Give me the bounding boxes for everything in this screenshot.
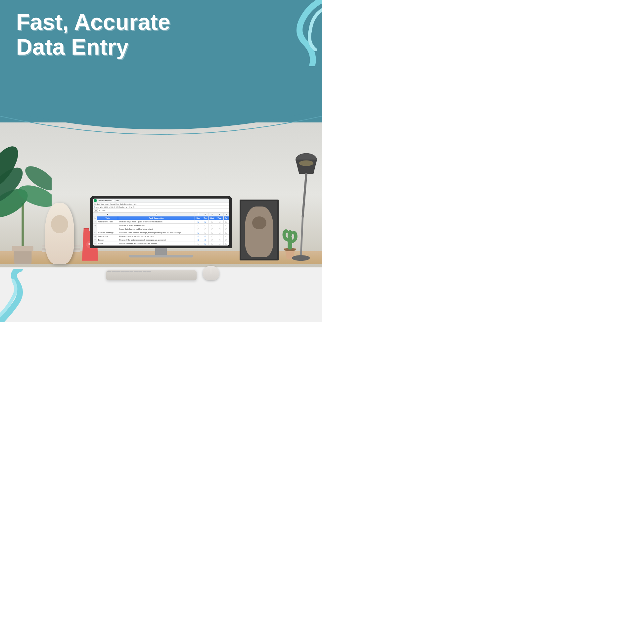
task-cell: Engage [97,238,118,242]
task-cell [97,227,118,231]
mouse-scroll-wheel [211,268,211,274]
menu-data[interactable]: Data [115,203,119,205]
fri-cell: ☐ [223,235,229,238]
table-row: 6 Optimal time Research best time of day… [93,235,229,238]
keyboard-keys [106,270,196,273]
col-desc-header: Task Description [118,216,195,220]
formula-value: Task [102,209,105,211]
wed-cell: ☐ [208,235,216,238]
wed-cell: ☐ [208,238,216,242]
col-header-c: C [195,213,202,216]
headline-block: Fast, Accurate Data Entry [16,10,170,59]
key [116,271,120,272]
thur-cell: ☐ [216,220,223,224]
tue-cell: ☑ [202,220,208,224]
desc-cell: One reel or video that entertains [118,224,195,227]
table-row: 5 Relevant Hashtags Research & use relev… [93,231,229,235]
col-header-rownum [93,213,97,216]
monitor-screen: Worksharks LLC - Jill File Edit View Ins… [90,196,232,248]
computer-monitor: Worksharks LLC - Jill File Edit View Ins… [90,196,232,257]
table-row: 4 Image that shows a problem being solve… [93,227,229,231]
wed-cell: ☐ [208,227,216,231]
buddha-head [245,207,273,257]
tue-cell: ☐ [202,227,208,231]
menu-view[interactable]: View [101,203,104,205]
spreadsheet-menubar: File Edit View Insert Format Data Tools … [93,203,229,206]
svg-point-19 [292,255,310,261]
tue-cell: ☐ [202,224,208,227]
fri-cell: ☐ [223,231,229,235]
svg-line-18 [301,217,302,256]
keyboard [106,270,196,280]
spreadsheet-table: A B C D E F G 1 Task Task Description [93,212,229,246]
wed-cell: ☐ [208,220,216,224]
fri-cell: ☐ [223,242,229,246]
wed-cell: ☐ [208,242,216,246]
menu-extensions[interactable]: Extensions [124,203,132,205]
row-2-num: 2 [93,220,97,224]
table-row: 3 One reel or video that entertains ☐ ☐ … [93,224,229,227]
menu-insert[interactable]: Insert [105,203,109,205]
table-row: 8 Collab. Once a week find a VA influenc… [93,242,229,246]
col-header-g: G [223,213,229,216]
task-cell: Optimal time [97,235,118,238]
key [134,271,138,272]
swirl-top-right-decoration [249,0,322,66]
menu-tools[interactable]: Tools [120,203,124,205]
desc-cell: Respond, like and make sure all messages… [118,238,195,242]
formula-bar: A1 fx Task [93,209,229,212]
col-header-a: A [97,213,118,216]
menu-format[interactable]: Format [110,203,115,205]
key [125,271,129,272]
tue-cell: ☑ [202,235,208,238]
menu-help[interactable]: Help [133,203,136,205]
col-fri-header: Fri [223,216,229,220]
mon-cell: ☐ [195,242,202,246]
desc-cell: Once a week find a VA influencer & do a … [118,242,195,246]
menu-edit[interactable]: Edit [97,203,100,205]
spreadsheet-toolbar: 🔍 ↩ ↪ 🖨 ✂ 100% ▼ $ % .0 123 Comfo... ▼ |… [93,206,229,209]
table-row: 2 Value Driven Post Post one day a week … [93,220,229,224]
key [138,271,142,272]
toolbar-icons: 🔍 ↩ ↪ 🖨 ✂ 100% ▼ $ % .0 123 Comfo... ▼ |… [94,206,135,208]
thur-cell: ☐ [216,227,223,231]
monitor-stand-base [129,255,193,257]
row-3-num: 3 [93,224,97,227]
col-thur-header: Thur [216,216,223,220]
thur-cell: ☐ [216,242,223,246]
menu-file[interactable]: File [94,203,96,205]
key [112,271,115,272]
mon-cell: ☑ [195,235,202,238]
row-5-num: 5 [93,231,97,235]
col-tue-header: Tue [202,216,208,220]
mon-cell: ☐ [195,224,202,227]
row-4-num: 4 [93,227,97,231]
desc-cell: Post one day a week - quote or content t… [118,220,195,224]
wed-cell: ☐ [208,231,216,235]
col-task-header: Task [97,216,118,220]
key [120,271,124,272]
thur-cell: ☐ [216,238,223,242]
sculpted-head [45,203,74,264]
head-feature [51,215,69,233]
sheets-icon [94,199,97,202]
formula-icon: fx [99,209,101,211]
col-wed-header: Wed [208,216,216,220]
thur-cell: ☐ [216,224,223,227]
desc-cell: Image that shows a problem being solved [118,227,195,231]
table-row: 7 Engage Respond, like and make sure all… [93,238,229,242]
buddha-figure [242,200,277,267]
tue-cell: ☐ [202,231,208,235]
spreadsheet-title-bar: Worksharks LLC - Jill [93,199,229,203]
cell-reference: A1 [94,209,98,212]
swirl-bottom-left-decoration [0,269,60,322]
row-1-num: 1 [93,216,97,220]
key [129,271,133,272]
task-cell: Value Driven Post [97,220,118,224]
svg-rect-1 [12,246,33,251]
screen-content: Worksharks LLC - Jill File Edit View Ins… [93,199,229,246]
desc-cell: Research & use relevant hashtags, trendi… [118,231,195,235]
row-6-num: 6 [93,235,97,238]
headline-line2: Data Entry [16,34,170,59]
headline-line1: Fast, Accurate [16,10,170,34]
